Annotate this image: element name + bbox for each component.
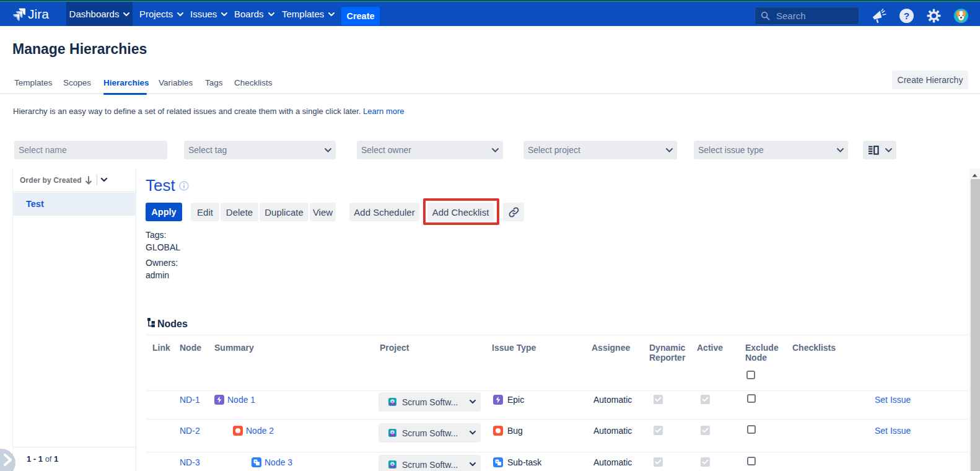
svg-text:?: ? <box>904 11 909 21</box>
